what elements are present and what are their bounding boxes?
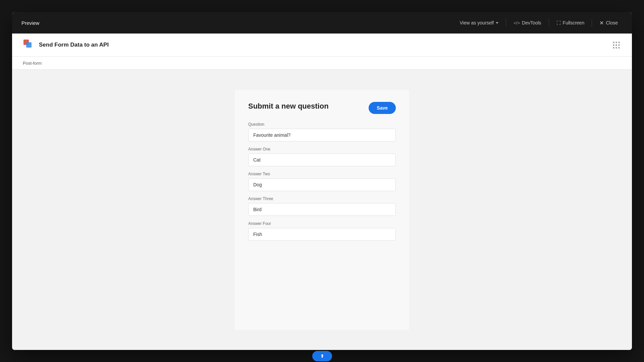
- content-area: Send Form Data to an API Post-form Submi…: [12, 34, 632, 350]
- form-title: Submit a new question: [248, 102, 329, 111]
- app-logo-icon: [23, 39, 35, 51]
- answer-three-input[interactable]: [248, 203, 396, 216]
- view-as-yourself-label: View as yourself: [460, 20, 494, 25]
- answer-three-label: Answer Three: [248, 196, 396, 201]
- devtools-label: DevTools: [522, 20, 541, 25]
- question-input[interactable]: [248, 129, 396, 141]
- view-as-yourself-button[interactable]: View as yourself: [455, 17, 503, 28]
- app-name: Send Form Data to an API: [39, 42, 109, 48]
- svg-rect-1: [26, 42, 32, 48]
- divider-3: [592, 19, 592, 27]
- fullscreen-icon: ⛶: [556, 20, 561, 25]
- form-header: Submit a new question Save: [248, 102, 396, 114]
- code-icon: </>: [514, 20, 520, 25]
- answer-four-input[interactable]: [248, 228, 396, 241]
- close-label: Close: [606, 20, 618, 25]
- answer-four-field-group: Answer Four: [248, 221, 396, 241]
- answer-two-input[interactable]: [248, 178, 396, 191]
- preview-title: Preview: [21, 20, 39, 26]
- preview-modal: Preview View as yourself </> DevTools ⛶ …: [12, 12, 632, 350]
- fullscreen-label: Fullscreen: [563, 20, 585, 25]
- fullscreen-button[interactable]: ⛶ Fullscreen: [552, 17, 589, 28]
- save-button[interactable]: Save: [369, 102, 396, 114]
- answer-two-label: Answer Two: [248, 172, 396, 176]
- devtools-button[interactable]: </> DevTools: [509, 17, 546, 28]
- form-card: Submit a new question Save Question Answ…: [235, 90, 409, 330]
- sub-header-label: Post-form: [23, 61, 42, 66]
- close-button[interactable]: ✕ Close: [595, 17, 623, 29]
- question-field-group: Question: [248, 122, 396, 141]
- chevron-down-icon: [496, 22, 498, 24]
- answer-one-input[interactable]: [248, 154, 396, 166]
- answer-one-label: Answer One: [248, 147, 396, 152]
- bottom-hint-area: ⬆: [221, 350, 423, 362]
- answer-two-field-group: Answer Two: [248, 172, 396, 191]
- app-logo-row: Send Form Data to an API: [23, 39, 109, 51]
- bottom-cta-button[interactable]: ⬆: [312, 351, 332, 361]
- sub-header: Post-form: [12, 57, 632, 70]
- answer-one-field-group: Answer One: [248, 147, 396, 166]
- topbar-actions: View as yourself </> DevTools ⛶ Fullscre…: [455, 17, 623, 29]
- app-header: Send Form Data to an API: [12, 34, 632, 57]
- divider-1: [506, 19, 506, 27]
- close-icon: ✕: [599, 20, 604, 26]
- topbar: Preview View as yourself </> DevTools ⛶ …: [12, 12, 632, 34]
- answer-three-field-group: Answer Three: [248, 196, 396, 216]
- divider-2: [549, 19, 549, 27]
- question-label: Question: [248, 122, 396, 127]
- grid-menu-icon[interactable]: [611, 40, 621, 50]
- answer-four-label: Answer Four: [248, 221, 396, 226]
- form-area: Submit a new question Save Question Answ…: [12, 70, 632, 350]
